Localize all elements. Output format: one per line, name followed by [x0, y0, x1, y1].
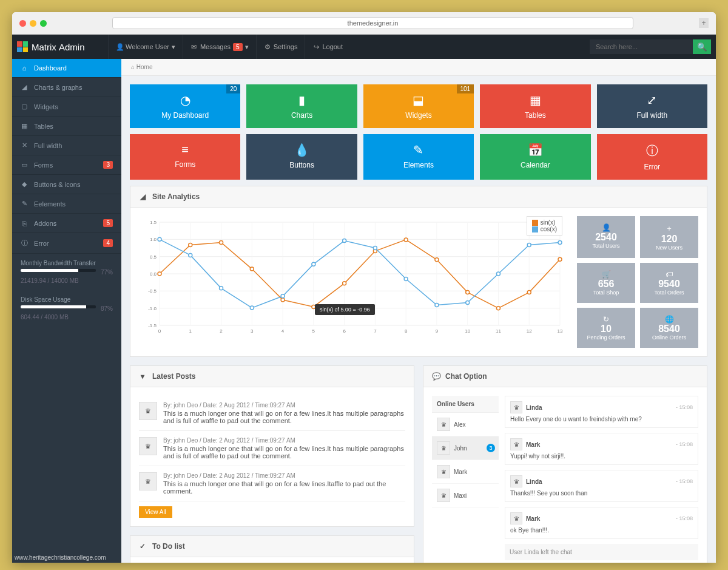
caret-down-icon: ▾ [172, 43, 175, 51]
chat-user-name: Maxi [454, 492, 467, 499]
tile-label: Full width [636, 111, 667, 120]
logout-link[interactable]: ↪ Logout [305, 35, 350, 59]
settings-link[interactable]: ⚙ Settings [256, 35, 305, 59]
chat-msg-time: - 15:08 [676, 441, 693, 447]
sidebar-item-label: Widgets [34, 103, 58, 110]
tile-tables[interactable]: ▦Tables [480, 84, 590, 128]
tile-icon: ⤢ [597, 93, 707, 107]
sidebar-icon: ◢ [21, 83, 28, 91]
sidebar-item-addons[interactable]: ⎘Addons5 [12, 214, 121, 233]
chat-user-name: Mark [454, 469, 467, 475]
search-button[interactable]: 🔍 [693, 39, 711, 54]
sidebar-item-label: Charts & graphs [34, 84, 82, 91]
app-root: Matrix Admin 👤 Welcome User ▾ ✉ Messages… [12, 35, 716, 563]
sidebar-item-buttons-icons[interactable]: ◆Buttons & icons [12, 175, 121, 194]
svg-point-60 [281, 294, 285, 298]
stat-total-orders[interactable]: 🏷9540Total Orders [640, 263, 698, 303]
avatar: ♛ [437, 441, 450, 455]
svg-point-69 [558, 240, 562, 244]
post-meta: By: john Deo / Date: 2 Aug 2012 / Time:0… [163, 437, 405, 444]
sidebar-item-label: Addons [34, 220, 56, 227]
stat-pending-orders[interactable]: ↻10Pending Orders [577, 308, 635, 348]
url-bar[interactable]: themedesigner.in [112, 17, 633, 29]
svg-point-52 [466, 291, 470, 294]
search-input[interactable] [590, 39, 693, 54]
brand-logo[interactable]: Matrix Admin [17, 41, 108, 52]
stat-number: 9540 [642, 279, 696, 290]
chat-user-alex[interactable]: ♛Alex [432, 413, 499, 436]
sidebar-item-label: Forms [34, 161, 53, 169]
window-controls[interactable] [19, 20, 47, 27]
browser-window: themedesigner.in + Matrix Admin 👤 Welcom… [12, 12, 716, 563]
sidebar-item-error[interactable]: ⓘError4 [12, 233, 121, 254]
chat-user-mark[interactable]: ♛Mark [432, 460, 499, 484]
tile-label: Tables [525, 111, 546, 120]
tile-buttons[interactable]: 💧Buttons [246, 134, 357, 180]
chat-msg-time: - 15:08 [676, 515, 693, 521]
sidebar-item-charts-graphs[interactable]: ◢Charts & graphs [12, 78, 121, 97]
chat-user-john[interactable]: ♛John3 [432, 436, 499, 460]
tile-label: Calendar [521, 161, 550, 169]
logout-icon: ↪ [312, 43, 320, 51]
sidebar-item-tables[interactable]: ▦Tables [12, 117, 121, 136]
tile-full-width[interactable]: ⤢Full width [597, 84, 707, 128]
content-area: ⌂ Home 20◔My Dashboard▮Charts101⬓Widgets… [121, 59, 716, 563]
post-item: ♛By: john Deo / Date: 2 Aug 2012 / Time:… [139, 396, 405, 431]
welcome-user-dropdown[interactable]: 👤 Welcome User ▾ [108, 35, 183, 59]
tile-my-dashboard[interactable]: 20◔My Dashboard [130, 84, 240, 128]
sidebar-icon: ✎ [21, 200, 28, 208]
chat-user-maxi[interactable]: ♛Maxi [432, 484, 499, 507]
topbar: Matrix Admin 👤 Welcome User ▾ ✉ Messages… [12, 35, 716, 59]
svg-text:8: 8 [405, 328, 408, 334]
tile-charts[interactable]: ▮Charts [246, 84, 357, 128]
chat-user-badge: 3 [487, 444, 495, 452]
chat-message: ♛Linda- 15:08Hello Every one do u want t… [505, 396, 698, 428]
post-text: This is a much longer one that will go o… [163, 445, 405, 460]
svg-point-46 [281, 298, 285, 302]
svg-text:2: 2 [220, 328, 223, 334]
sidebar-item-forms[interactable]: ▭Forms3 [12, 155, 121, 175]
stat-label: Total Orders [642, 290, 696, 296]
stat-new-users[interactable]: ＋120New Users [640, 216, 698, 258]
stat-number: 2540 [579, 232, 633, 243]
svg-text:1: 1 [189, 328, 192, 334]
svg-point-56 [158, 237, 161, 241]
sidebar-item-full-width[interactable]: ✕Full width [12, 136, 121, 155]
chart-legend: sin(x) cos(x) [527, 216, 562, 236]
search-box: 🔍 [590, 39, 711, 54]
svg-point-45 [250, 267, 254, 271]
tile-elements[interactable]: ✎Elements [363, 134, 474, 180]
chat-message: ♛Mark- 15:08Yuppi! why not sirji!!. [505, 433, 698, 465]
avatar: ♛ [437, 489, 450, 502]
new-tab-button[interactable]: + [699, 18, 709, 28]
svg-point-67 [496, 272, 500, 276]
view-all-button[interactable]: View All [139, 506, 172, 518]
stat-number: 656 [579, 279, 633, 290]
sidebar-icon: ▭ [21, 161, 28, 169]
messages-dropdown[interactable]: ✉ Messages 5 ▾ [183, 35, 256, 59]
chat-msg-name: Linda [526, 478, 542, 485]
stat-total-users[interactable]: 👤2540Total Users [577, 216, 635, 258]
tile-error[interactable]: ⓘError [597, 134, 707, 180]
tile-forms[interactable]: ≡Forms [130, 134, 240, 180]
stat-label: Total Shop [579, 290, 633, 296]
svg-point-42 [158, 272, 161, 276]
stat-label: Total Users [579, 243, 633, 249]
stat-total-shop[interactable]: 🛒656Total Shop [577, 263, 635, 303]
stat-online-orders[interactable]: 🌐8540Online Orders [640, 308, 698, 348]
sidebar-item-eelements[interactable]: ✎Eelements [12, 194, 121, 214]
post-item: ♛By: john Deo / Date: 2 Aug 2012 / Time:… [139, 466, 405, 501]
sidebar-item-label: Buttons & icons [34, 181, 80, 188]
tile-icon: ▮ [246, 93, 357, 107]
sidebar-icon: ⓘ [21, 239, 28, 248]
tile-label: Forms [175, 160, 195, 169]
sidebar-item-dashboard[interactable]: ⌂Dashboard [12, 59, 121, 78]
svg-point-64 [404, 277, 408, 281]
post-text: This is a much longer one that will go o… [163, 410, 405, 424]
sidebar-icon: ⌂ [21, 64, 28, 72]
post-meta: By: john Deo / Date: 2 Aug 2012 / Time:0… [163, 402, 405, 409]
sidebar-item-widgets[interactable]: ▢Widgets [12, 97, 121, 117]
tile-widgets[interactable]: 101⬓Widgets [363, 84, 474, 128]
tile-calendar[interactable]: 📅Calendar [480, 134, 590, 180]
chevron-down-icon[interactable]: ▾ [139, 372, 146, 381]
